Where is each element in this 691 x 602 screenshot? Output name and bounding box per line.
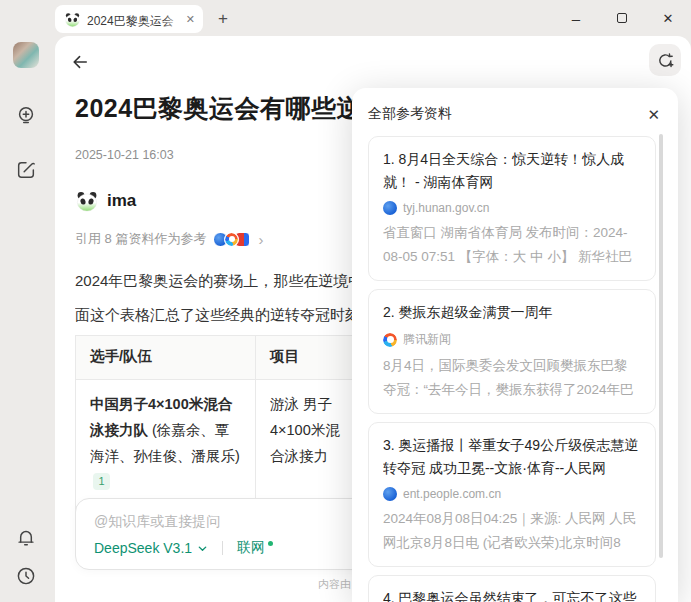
model-name: DeepSeek V3.1 [94,540,192,556]
source-favicon-icon [383,201,397,215]
titlebar: 2024巴黎奥运会 ✕ + – ✕ [0,0,691,36]
app-tab[interactable]: 2024巴黎奥运会 ✕ [55,5,203,33]
citation-favicons [213,232,250,247]
reference-source: ent.people.com.cn [403,487,501,501]
maximize-button[interactable] [599,0,645,36]
compose-icon [15,159,37,181]
reference-snippet: 2024年08月08日04:25｜来源: 人民网 人民网北京8月8日电 (记者欧… [383,507,641,554]
citations-label: 引用 8 篇资料作为参考 [75,230,206,248]
back-button[interactable] [67,49,93,75]
regenerate-button[interactable] [649,44,681,76]
clock-icon [15,565,37,587]
web-search-label: 联网 [237,539,265,557]
close-button[interactable]: ✕ [645,0,691,36]
left-sidebar [0,36,55,602]
reference-snippet: 8月4日，国际奥委会发文回顾樊振东巴黎夺冠：“去年今日，樊振东获得了2024年巴… [383,354,641,401]
reference-card[interactable]: 3. 奥运播报丨举重女子49公斤级侯志慧逆转夺冠 成功卫冕--文旅·体育--人民… [368,422,656,567]
event-cell: 游泳 男子4×100米混合泳接力 [256,380,368,507]
source-favicon-icon [383,487,397,501]
ai-disclaimer: 内容由 [318,577,351,592]
assistant-name: ima [107,191,136,211]
reference-card[interactable]: 2. 樊振东超级金满贯一周年 腾讯新闻 8月4日，国际奥委会发文回顾樊振东巴黎夺… [368,289,656,414]
minimize-button[interactable]: – [553,0,599,36]
column-header-event: 项目 [256,336,368,380]
panel-close-icon[interactable]: ✕ [645,105,662,124]
reference-title: 3. 奥运播报丨举重女子49公斤级侯志慧逆转夺冠 成功卫冕--文旅·体育--人民… [383,434,641,480]
chevron-right-icon: › [258,232,263,247]
reference-source: tyj.hunan.gov.cn [403,201,490,215]
new-tab-button[interactable]: + [210,6,236,32]
references-panel-title: 全部参考资料 [368,105,452,123]
assistant-header: ima [75,189,136,213]
reference-snippet: 省直窗口 湖南省体育局 发布时间：2024-08-05 07:51 【字体：大 … [383,221,641,268]
history-button[interactable] [12,562,40,590]
column-header-athlete: 选手/队伍 [76,336,256,380]
source-favicon-icon [383,333,397,347]
user-avatar[interactable] [13,42,39,68]
chat-timestamp: 2025-10-21 16:03 [75,148,174,162]
close-icon: ✕ [663,12,674,25]
notifications-button[interactable] [12,524,40,552]
reference-title: 4. 巴黎奥运会虽然结束了，可忘不了这些大逆转 - 今日头条 [383,587,641,602]
chevron-down-icon [197,543,208,554]
refresh-plus-icon [656,51,675,70]
back-arrow-icon [70,52,90,72]
minimize-icon: – [572,11,580,26]
tab-title: 2024巴黎奥运会 [87,14,174,27]
tab-close-icon[interactable]: ✕ [186,14,195,25]
input-divider [222,541,223,555]
reference-title: 2. 樊振东超级金满贯一周年 [383,301,641,324]
reference-title: 1. 8月4日全天综合：惊天逆转！惊人成就！ - 湖南体育网 [383,148,641,194]
knowledge-add-button[interactable] [12,102,40,130]
reference-card[interactable]: 4. 巴黎奥运会虽然结束了，可忘不了这些大逆转 - 今日头条 [368,575,656,602]
window-controls: – ✕ [553,0,691,36]
citations-toggle[interactable]: 引用 8 篇资料作为参考 › [75,230,263,248]
reference-card-list: 1. 8月4日全天综合：惊天逆转！惊人成就！ - 湖南体育网 tyj.hunan… [368,136,662,602]
model-selector[interactable]: DeepSeek V3.1 [94,540,208,556]
ima-panda-icon [75,189,99,213]
reference-source: 腾讯新闻 [403,331,451,348]
references-panel: 全部参考资料 ✕ 1. 8月4日全天综合：惊天逆转！惊人成就！ - 湖南体育网 … [352,88,678,602]
bell-icon [15,527,37,549]
new-chat-button[interactable] [12,156,40,184]
web-search-toggle[interactable]: 联网 [237,539,273,557]
citation-badge[interactable]: 1 [93,473,110,490]
maximize-icon [617,13,627,23]
panda-icon [64,11,81,28]
bulb-plus-icon [15,105,37,127]
reference-card[interactable]: 1. 8月4日全天综合：惊天逆转！惊人成就！ - 湖南体育网 tyj.hunan… [368,136,656,281]
web-status-dot-icon [268,541,273,546]
favicon-tencent-news-icon [224,232,239,247]
panel-scrollbar[interactable] [659,134,663,558]
tab-title-fade [164,11,182,27]
